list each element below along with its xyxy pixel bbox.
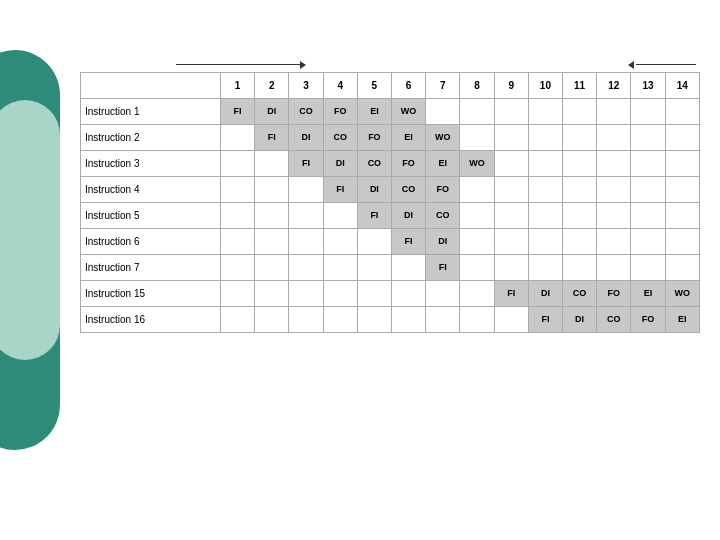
pipeline-cell	[460, 306, 494, 332]
pipeline-cell	[220, 124, 254, 150]
pipeline-cell	[597, 150, 631, 176]
pipeline-cell: CO	[426, 202, 460, 228]
instruction-label: Instruction 2	[81, 124, 221, 150]
pipeline-cell	[665, 124, 699, 150]
pipeline-cell	[528, 228, 562, 254]
pipeline-cell: FO	[631, 306, 665, 332]
pipeline-cell: EI	[391, 124, 425, 150]
pipeline-cell: CO	[597, 306, 631, 332]
pipeline-cell	[220, 150, 254, 176]
pipeline-table: 1 2 3 4 5 6 7 8 9 10 11 12 13 14 Instruc…	[80, 72, 700, 333]
pipeline-cell	[563, 202, 597, 228]
pipeline-cell	[289, 280, 323, 306]
pipeline-cell	[665, 254, 699, 280]
pipeline-cell	[289, 228, 323, 254]
pipeline-cell	[323, 254, 357, 280]
col-14: 14	[665, 72, 699, 98]
pipeline-cell	[289, 202, 323, 228]
pipeline-cell	[460, 228, 494, 254]
pipeline-cell	[357, 254, 391, 280]
pipeline-cell	[460, 202, 494, 228]
pipeline-cell: WO	[391, 98, 425, 124]
pipeline-cell	[597, 228, 631, 254]
pipeline-cell	[289, 176, 323, 202]
column-header-row: 1 2 3 4 5 6 7 8 9 10 11 12 13 14	[81, 72, 700, 98]
col-13: 13	[631, 72, 665, 98]
pipeline-cell: DI	[426, 228, 460, 254]
pipeline-cell	[631, 202, 665, 228]
col-7: 7	[426, 72, 460, 98]
instruction-label: Instruction 5	[81, 202, 221, 228]
pipeline-cell	[494, 228, 528, 254]
col-12: 12	[597, 72, 631, 98]
table-row: Instruction 5FIDICO	[81, 202, 700, 228]
pipeline-cell	[323, 306, 357, 332]
pipeline-cell	[563, 124, 597, 150]
pipeline-cell: DI	[391, 202, 425, 228]
pipeline-cell	[323, 280, 357, 306]
pipeline-cell: DI	[528, 280, 562, 306]
table-row: Instruction 16FIDICOFOEI	[81, 306, 700, 332]
col-2: 2	[255, 72, 289, 98]
label-header	[81, 72, 221, 98]
pipeline-cell: CO	[289, 98, 323, 124]
pipeline-cell	[220, 306, 254, 332]
pipeline-cell	[460, 98, 494, 124]
pipeline-cell	[426, 98, 460, 124]
pipeline-cell	[494, 254, 528, 280]
pipeline-cell: FI	[255, 124, 289, 150]
instruction-label: Instruction 16	[81, 306, 221, 332]
pipeline-cell	[665, 176, 699, 202]
col-9: 9	[494, 72, 528, 98]
pipeline-cell	[220, 176, 254, 202]
pipeline-cell	[597, 124, 631, 150]
pipeline-cell	[528, 150, 562, 176]
pipeline-cell: FI	[528, 306, 562, 332]
main-content: 1 2 3 4 5 6 7 8 9 10 11 12 13 14 Instruc…	[0, 0, 720, 343]
diagram-area: 1 2 3 4 5 6 7 8 9 10 11 12 13 14 Instruc…	[80, 61, 700, 333]
pipeline-cell	[563, 98, 597, 124]
pipeline-cell	[460, 280, 494, 306]
pipeline-cell	[494, 150, 528, 176]
pipeline-cell	[255, 306, 289, 332]
pipeline-cell: EI	[665, 306, 699, 332]
pipeline-cell	[323, 202, 357, 228]
pipeline-cell: DI	[289, 124, 323, 150]
pipeline-cell: EI	[426, 150, 460, 176]
pipeline-cell	[494, 124, 528, 150]
pipeline-cell	[220, 202, 254, 228]
col-1: 1	[220, 72, 254, 98]
pipeline-cell	[563, 176, 597, 202]
table-row: Instruction 4FIDICOFO	[81, 176, 700, 202]
pipeline-cell	[563, 228, 597, 254]
table-row: Instruction 7FI	[81, 254, 700, 280]
pipeline-cell: FI	[323, 176, 357, 202]
pipeline-cell	[597, 176, 631, 202]
pipeline-cell: FO	[357, 124, 391, 150]
pipeline-cell	[460, 176, 494, 202]
pipeline-cell	[665, 228, 699, 254]
table-row: Instruction 2FIDICOFOEIWO	[81, 124, 700, 150]
pipeline-cell	[220, 280, 254, 306]
instruction-label: Instruction 6	[81, 228, 221, 254]
instruction-label: Instruction 15	[81, 280, 221, 306]
pipeline-cell	[357, 228, 391, 254]
pipeline-cell	[528, 98, 562, 124]
pipeline-cell: FI	[391, 228, 425, 254]
pipeline-cell	[357, 280, 391, 306]
table-row: Instruction 15FIDICOFOEIWO	[81, 280, 700, 306]
pipeline-cell: DI	[255, 98, 289, 124]
pipeline-cell	[631, 150, 665, 176]
pipeline-cell	[426, 306, 460, 332]
pipeline-cell	[391, 280, 425, 306]
pipeline-cell	[631, 176, 665, 202]
pipeline-cell	[665, 202, 699, 228]
pipeline-cell: EI	[631, 280, 665, 306]
pipeline-cell	[528, 202, 562, 228]
pipeline-cell	[494, 306, 528, 332]
pipeline-cell: WO	[460, 150, 494, 176]
pipeline-cell	[255, 176, 289, 202]
pipeline-cell: DI	[323, 150, 357, 176]
pipeline-cell	[597, 98, 631, 124]
pipeline-cell: WO	[665, 280, 699, 306]
